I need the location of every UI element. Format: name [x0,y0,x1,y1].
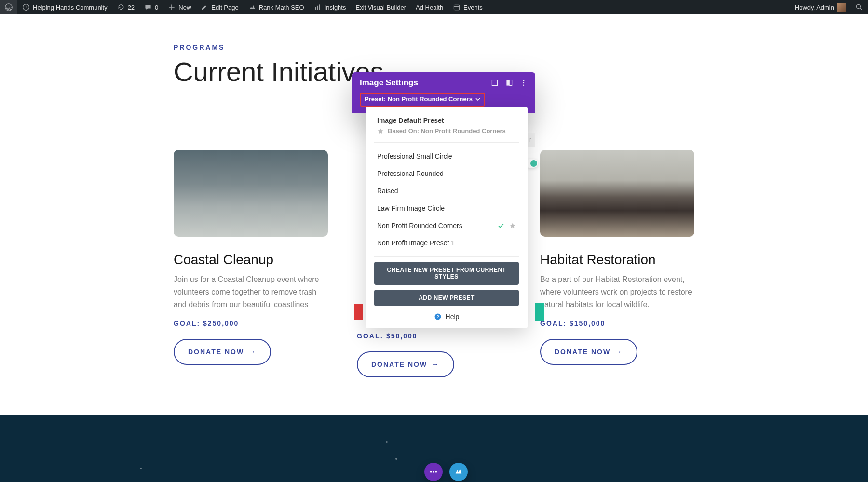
new-label: New [178,4,191,11]
search-toggle[interactable] [851,0,868,14]
modal-title: Image Settings [360,78,418,88]
preset-option[interactable]: Professional Small Circle [366,147,528,165]
wp-admin-bar: Helping Hands Community 22 0 New Edit Pa… [0,0,868,14]
divi-delete-handle[interactable] [354,304,363,320]
kebab-icon[interactable] [520,79,528,87]
star-icon[interactable] [509,222,516,229]
preset-option-label: Non Profit Image Preset 1 [377,239,455,247]
ad-health-item[interactable]: Ad Health [411,0,448,14]
default-preset-title[interactable]: Image Default Preset [377,117,516,124]
arrow-icon: → [614,348,623,356]
search-icon [855,3,863,11]
svg-point-6 [856,4,860,8]
initiative-card: Habitat Restoration Be a part of our Hab… [540,150,694,377]
site-name-item[interactable]: Helping Hands Community [17,0,112,14]
svg-rect-3 [317,6,318,10]
comments-icon [144,3,152,11]
preset-option[interactable]: Raised [366,182,528,200]
svg-point-12 [523,85,525,86]
site-name: Helping Hands Community [33,4,108,11]
check-icon [498,222,504,229]
create-preset-button[interactable]: CREATE NEW PRESET FROM CURRENT STYLES [374,262,519,285]
svg-point-17 [435,471,437,473]
chevron-down-icon [475,97,480,102]
svg-rect-7 [492,80,497,85]
svg-point-15 [430,471,432,473]
calendar-icon [453,3,461,11]
wordpress-icon [5,3,13,11]
card-goal: GOAL: $250,000 [174,320,328,327]
preset-option-label: Professional Rounded [377,170,444,177]
card-goal: GOAL: $150,000 [540,320,694,327]
divi-section-handle[interactable] [535,303,544,321]
preset-option-label: Law Firm Image Circle [377,204,445,212]
card-goal: GOAL: $50,000 [357,332,511,340]
svg-text:?: ? [436,314,439,319]
svg-rect-5 [454,5,460,10]
card-title: Habitat Restoration [540,252,694,268]
preset-option[interactable]: Professional Rounded [366,165,528,182]
section-eyebrow: PROGRAMS [174,43,694,51]
preset-option-label: Non Profit Rounded Corners [377,222,462,229]
help-icon: ? [434,313,442,321]
pencil-icon [201,3,208,11]
preset-option-label: Raised [377,187,398,195]
arrow-icon: → [431,360,440,369]
card-title: Coastal Cleanup [174,252,328,268]
arrow-icon: → [248,348,257,356]
bars-icon [314,3,322,11]
comments-item[interactable]: 0 [139,0,163,14]
avatar [837,3,846,12]
new-item[interactable]: New [163,0,196,14]
wp-logo[interactable] [0,0,17,14]
expand-icon[interactable] [491,79,499,87]
preset-option[interactable]: Law Firm Image Circle [366,200,528,217]
svg-rect-8 [506,80,509,85]
preset-option[interactable]: Non Profit Image Preset 1 [366,234,528,252]
add-preset-button[interactable]: ADD NEW PRESET [374,290,519,306]
star-icon [377,128,384,134]
initiative-card: Coastal Cleanup Join us for a Coastal Cl… [174,150,328,377]
divi-layers-button[interactable] [449,463,468,481]
updates-icon [117,3,125,11]
svg-rect-4 [319,4,320,10]
exit-vb-item[interactable]: Exit Visual Builder [351,0,411,14]
svg-point-16 [433,471,434,473]
edit-page-item[interactable]: Edit Page [196,0,243,14]
preset-option-label: Professional Small Circle [377,152,452,160]
dashboard-icon [22,3,30,11]
plus-icon [168,3,176,11]
based-on-row: Based On: Non Profit Rounded Corners [377,127,516,134]
divi-more-button[interactable] [424,463,443,481]
howdy-item[interactable]: Howdy, Admin [790,0,851,14]
rankmath-icon [248,3,256,11]
preset-option[interactable]: Non Profit Rounded Corners [366,217,528,234]
donate-button[interactable]: DONATE NOW → [357,351,454,377]
rankmath-item[interactable]: Rank Math SEO [244,0,309,14]
preset-dropdown: Image Default Preset Based On: Non Profi… [366,107,528,328]
dots-icon [429,468,438,476]
card-image[interactable] [174,150,328,237]
card-desc: Be a part of our Habitat Restoration eve… [540,273,694,311]
donate-button[interactable]: DONATE NOW → [174,339,271,365]
updates-item[interactable]: 22 [112,0,139,14]
card-image[interactable] [540,150,694,237]
svg-point-11 [523,82,525,84]
updates-count: 22 [128,4,135,11]
insights-item[interactable]: Insights [309,0,351,14]
svg-point-10 [523,80,525,81]
svg-rect-9 [510,80,512,85]
card-desc: Join us for a Coastal Cleanup event wher… [174,273,328,311]
svg-rect-2 [315,7,316,10]
layers-icon [454,468,463,476]
image-settings-modal: Image Settings Preset: Non Profit Rounde… [352,72,535,113]
preset-selector[interactable]: Preset: Non Profit Rounded Corners [360,93,485,107]
events-item[interactable]: Events [448,0,488,14]
snap-icon[interactable] [505,79,513,87]
help-link[interactable]: ? Help [366,313,528,321]
donate-button[interactable]: DONATE NOW → [540,339,637,365]
comments-count: 0 [155,4,158,11]
